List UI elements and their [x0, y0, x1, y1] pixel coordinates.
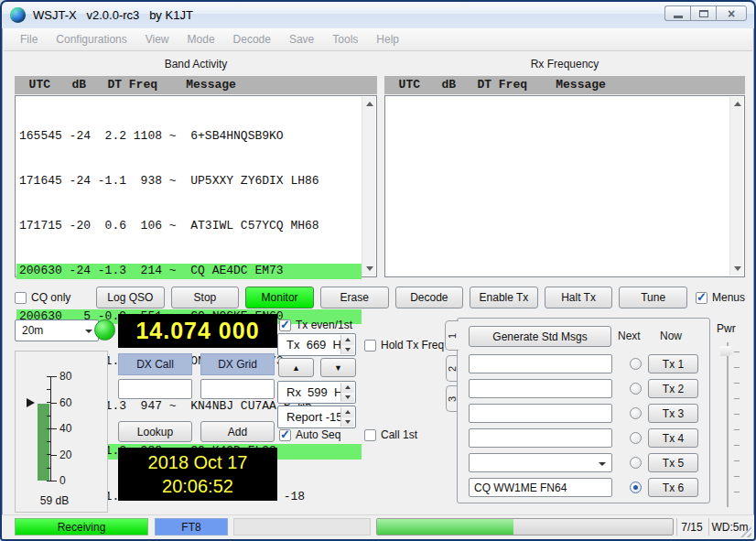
- decode-button[interactable]: Decode: [395, 287, 464, 308]
- spinner-down-icon[interactable]: [341, 393, 354, 403]
- tx4-message-field[interactable]: [469, 428, 612, 448]
- add-button[interactable]: Add: [200, 421, 275, 442]
- tx3-next-radio[interactable]: [630, 407, 642, 419]
- cq-only-checkbox[interactable]: CQ only: [15, 291, 90, 304]
- band-select[interactable]: 20m: [15, 319, 99, 341]
- signal-meter: 80 60 40 20 0 59 dB: [15, 351, 108, 513]
- tx2-message-field[interactable]: [469, 379, 612, 398]
- tx5-message-combo[interactable]: [469, 453, 612, 472]
- auto-seq-checkbox-box[interactable]: [279, 429, 291, 441]
- tx2-now-button[interactable]: Tx 2: [648, 379, 698, 398]
- tx-even-checkbox[interactable]: Tx even/1st: [279, 319, 352, 331]
- band-activity-scrollbar[interactable]: [362, 97, 375, 276]
- dx-grid-label: DX Grid: [200, 353, 275, 375]
- tx6-now-button[interactable]: Tx 6: [648, 478, 698, 497]
- progress-fill: [377, 519, 513, 535]
- freq-up-button[interactable]: ▲: [278, 358, 314, 377]
- pwr-slider-track[interactable]: [727, 342, 729, 507]
- generate-std-msgs-button[interactable]: Generate Std Msgs: [469, 326, 611, 347]
- freq-down-button[interactable]: ▼: [320, 358, 356, 377]
- tx4-now-button[interactable]: Tx 4: [648, 428, 698, 448]
- menu-item-view[interactable]: View: [136, 29, 178, 49]
- monitor-button[interactable]: Monitor: [245, 287, 314, 308]
- meter-tick-label: 80: [59, 370, 71, 383]
- table-row[interactable]: 171645 -24 -1.1 938 ~ UP5XXY ZY6DIX LH86: [16, 174, 362, 189]
- pwr-slider-ticks: [734, 352, 740, 505]
- menus-checkbox-box[interactable]: [696, 292, 707, 304]
- meter-tick-label: 20: [59, 449, 71, 461]
- tx5-now-button[interactable]: Tx 5: [648, 453, 698, 472]
- utc-date: 2018 Oct 17: [148, 450, 248, 474]
- menu-item-tools[interactable]: Tools: [323, 29, 367, 49]
- tx1-message-field[interactable]: [469, 354, 612, 373]
- titlebar[interactable]: WSJT-X v2.0.0-rc3 by K1JT ×: [2, 2, 754, 28]
- spinner-up-icon[interactable]: [341, 407, 354, 417]
- tx3-message-field[interactable]: [469, 404, 612, 423]
- table-row[interactable]: 165545 -24 2.2 1108 ~ 6+SB4HNQSB9KO: [16, 129, 362, 144]
- utc-clock: 2018 Oct 17 20:06:52: [118, 448, 277, 501]
- band-activity-list[interactable]: 165545 -24 2.2 1108 ~ 6+SB4HNQSB9KO 1716…: [15, 95, 377, 277]
- table-row[interactable]: 171715 -20 0.6 106 ~ AT3IWL C57YCQ MH68: [16, 219, 362, 233]
- hold-tx-freq-checkbox-box[interactable]: [364, 340, 376, 352]
- spinner-down-icon[interactable]: [341, 345, 354, 355]
- cq-only-checkbox-box[interactable]: [15, 292, 27, 304]
- window-title: WSJT-X v2.0.0-rc3 by K1JT: [33, 8, 193, 22]
- menu-item-file[interactable]: File: [11, 29, 47, 49]
- table-row[interactable]: 200630 -24 -1.3 214 ~ CQ AE4DC EM73: [16, 264, 362, 278]
- menus-checkbox[interactable]: Menus: [696, 291, 745, 304]
- next-column-label: Next: [618, 330, 641, 342]
- meter-tick: [50, 481, 57, 481]
- frequency-display: 14.074 000: [118, 314, 277, 348]
- rx-freq-spinner[interactable]: Rx 599 Hz: [277, 381, 356, 404]
- tx6-message-field[interactable]: [469, 478, 612, 497]
- tx6-next-radio[interactable]: [630, 481, 642, 493]
- spinner-up-icon[interactable]: [341, 335, 354, 345]
- menu-item-decode[interactable]: Decode: [224, 29, 280, 49]
- call-1st-checkbox-box[interactable]: [364, 429, 376, 441]
- tx-freq-spinner[interactable]: Tx 669 Hz: [277, 333, 356, 356]
- band-select-value: 20m: [22, 324, 43, 337]
- minimize-button[interactable]: [664, 5, 690, 21]
- scroll-up-icon[interactable]: [730, 97, 744, 111]
- enable-tx-button[interactable]: Enable Tx: [470, 287, 538, 308]
- close-button[interactable]: ×: [716, 5, 747, 21]
- spinner-up-icon[interactable]: [341, 383, 354, 393]
- rx-frequency-scrollbar[interactable]: [729, 97, 743, 276]
- rx-frequency-list[interactable]: [384, 95, 745, 277]
- call-1st-checkbox[interactable]: Call 1st: [364, 428, 417, 441]
- menu-item-mode[interactable]: Mode: [178, 29, 224, 49]
- erase-button[interactable]: Erase: [320, 287, 389, 308]
- window-buttons: ×: [664, 5, 747, 21]
- status-badge: Receiving: [15, 518, 148, 536]
- tx-even-checkbox-box[interactable]: [279, 319, 291, 331]
- tab-1[interactable]: 1: [445, 320, 459, 351]
- report-spinner[interactable]: Report -15: [277, 406, 356, 428]
- scroll-up-icon[interactable]: [362, 97, 376, 111]
- tx1-next-radio[interactable]: [630, 358, 642, 370]
- status-blank-panel: [233, 518, 371, 536]
- band-activity-header: UTC dB DT Freq Message: [15, 76, 377, 94]
- pwr-slider-handle[interactable]: [720, 346, 735, 356]
- stop-button[interactable]: Stop: [171, 287, 240, 308]
- dx-grid-input[interactable]: [200, 379, 275, 399]
- tx1-now-button[interactable]: Tx 1: [648, 354, 698, 373]
- tx5-next-radio[interactable]: [630, 457, 642, 469]
- menu-item-help[interactable]: Help: [367, 29, 408, 49]
- scroll-down-icon[interactable]: [730, 262, 744, 276]
- lookup-button[interactable]: Lookup: [118, 421, 192, 442]
- menu-item-save[interactable]: Save: [280, 29, 323, 49]
- log-qso-button[interactable]: Log QSO: [96, 287, 165, 308]
- menu-item-configurations[interactable]: Configurations: [47, 29, 135, 49]
- tx3-now-button[interactable]: Tx 3: [648, 404, 698, 423]
- tune-button[interactable]: Tune: [619, 287, 687, 308]
- spinner-down-icon[interactable]: [341, 417, 354, 427]
- halt-tx-button[interactable]: Halt Tx: [545, 287, 613, 308]
- maximize-icon: [699, 10, 708, 17]
- scroll-down-icon[interactable]: [362, 262, 376, 276]
- hold-tx-freq-checkbox[interactable]: Hold Tx Freq: [364, 339, 444, 352]
- dx-call-input[interactable]: [118, 379, 192, 399]
- tx4-next-radio[interactable]: [630, 432, 642, 444]
- auto-seq-checkbox[interactable]: Auto Seq: [279, 428, 340, 441]
- maximize-button[interactable]: [690, 5, 716, 21]
- tx2-next-radio[interactable]: [630, 383, 642, 395]
